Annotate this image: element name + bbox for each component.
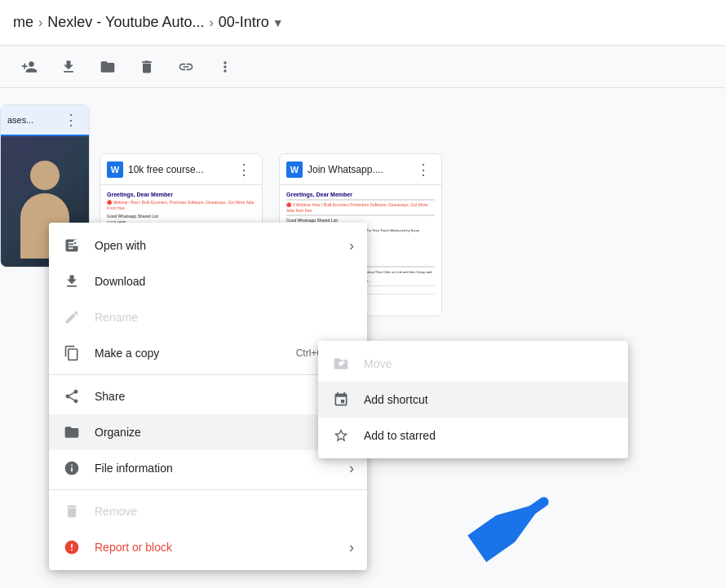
link-button[interactable] <box>170 51 202 83</box>
open-with-label: Open with <box>95 239 349 252</box>
toolbar <box>0 46 726 88</box>
svg-line-2 <box>484 502 544 544</box>
word-icon-2: W <box>286 161 303 178</box>
card-2-menu-icon[interactable]: ⋮ <box>412 158 435 181</box>
report-arrow-icon: › <box>349 539 354 556</box>
sub-menu-item-add-starred[interactable]: Add to starred <box>318 418 628 453</box>
more-button[interactable] <box>209 51 241 83</box>
copy-icon <box>62 343 82 363</box>
organize-label: Organize <box>95 426 349 439</box>
menu-item-rename: Rename <box>49 299 367 335</box>
open-with-icon <box>62 236 82 255</box>
make-copy-label: Make a copy <box>95 347 283 360</box>
menu-item-report[interactable]: Report or block › <box>49 529 367 565</box>
organize-sub-menu: Move Add shortcut Add to starred <box>318 341 628 458</box>
share-icon <box>62 387 82 406</box>
word-icon-1: W <box>107 161 123 178</box>
menu-item-remove: Remove <box>49 493 367 529</box>
breadcrumb-separator-1: › <box>38 15 42 30</box>
folder-move-icon <box>331 354 351 374</box>
bc-intro-label: 00-Intro <box>219 14 269 31</box>
arrow-pointer <box>467 480 569 565</box>
left-card-title: ases... <box>7 115 33 125</box>
report-icon <box>62 537 82 557</box>
file-info-label: File information <box>95 462 349 475</box>
add-starred-label: Add to starred <box>364 429 436 442</box>
download-button[interactable] <box>52 51 85 83</box>
file-info-arrow-icon: › <box>349 460 354 477</box>
card-2-title: Join Whatsapp.... <box>308 164 407 175</box>
share-label: Share <box>95 390 349 403</box>
download-menu-icon <box>62 272 82 291</box>
bc-intro[interactable]: 00-Intro ▼ <box>219 14 284 31</box>
bc-home[interactable]: me <box>13 14 33 31</box>
report-label: Report or block <box>95 541 349 554</box>
bc-nexlev[interactable]: Nexlev - Youtube Auto... <box>47 14 204 31</box>
remove-label: Remove <box>95 505 354 518</box>
menu-item-download[interactable]: Download <box>49 263 367 299</box>
trash-button[interactable] <box>131 51 163 83</box>
breadcrumb: me › Nexlev - Youtube Auto... › 00-Intro… <box>13 14 284 31</box>
menu-divider-2 <box>49 489 367 490</box>
shortcut-icon <box>331 390 351 409</box>
main-content: ases... ⋮ W 10k free course... ⋮ Greetin… <box>0 88 726 588</box>
info-icon <box>62 458 82 478</box>
card-1-menu-icon[interactable]: ⋮ <box>232 158 255 181</box>
move-label: Move <box>364 357 392 370</box>
menu-item-open-with[interactable]: Open with › <box>49 228 367 263</box>
chevron-down-icon: ▼ <box>272 16 284 29</box>
card-1-title: 10k free course... <box>128 164 228 175</box>
add-person-button[interactable] <box>13 51 46 83</box>
remove-icon <box>62 502 82 521</box>
breadcrumb-separator-2: › <box>209 15 213 30</box>
star-icon <box>331 426 351 445</box>
organize-icon <box>62 422 82 442</box>
sub-menu-item-move: Move <box>318 346 628 382</box>
download-label: Download <box>95 275 354 288</box>
rename-icon <box>62 307 82 327</box>
sub-menu-item-add-shortcut[interactable]: Add shortcut <box>318 382 628 418</box>
add-shortcut-label: Add shortcut <box>364 393 428 406</box>
open-with-arrow-icon: › <box>349 237 354 254</box>
left-card-menu-icon[interactable]: ⋮ <box>60 108 82 131</box>
folder-button[interactable] <box>91 51 124 83</box>
rename-label: Rename <box>95 311 354 324</box>
header: me › Nexlev - Youtube Auto... › 00-Intro… <box>0 0 726 46</box>
